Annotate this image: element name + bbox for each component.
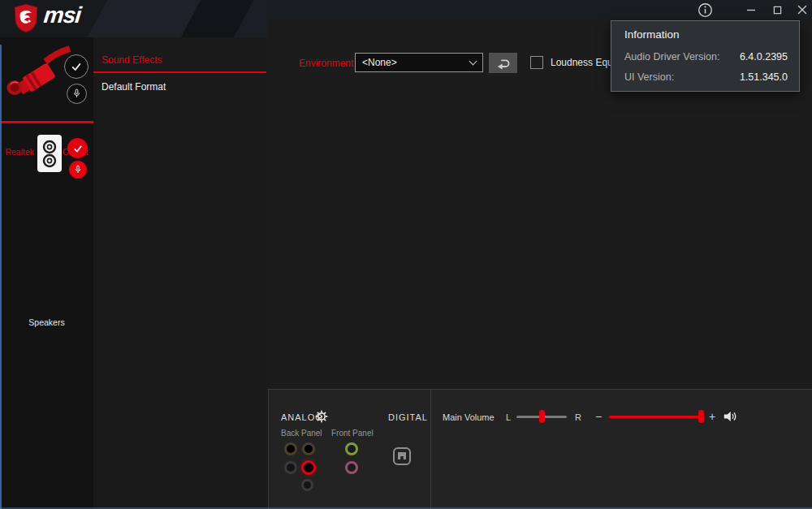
device-realtek-digital-output[interactable]: Realtek Digital Output	[0, 41, 93, 126]
balance-slider[interactable]	[516, 416, 567, 418]
device-selected-badge	[67, 138, 88, 158]
environment-value: <None>	[362, 57, 470, 68]
secondary-nav-column	[93, 19, 266, 509]
volume-minus-button[interactable]: −	[595, 410, 602, 423]
device-mic-badge[interactable]	[67, 84, 87, 104]
speaker-icon	[37, 135, 62, 172]
digital-label: DIGITAL	[388, 412, 428, 422]
ui-version-value: 1.51.345.0	[709, 71, 788, 83]
jack-back-4[interactable]	[301, 479, 313, 491]
balance-left-label: L	[506, 412, 511, 422]
logo-band: msi	[0, 0, 268, 37]
back-panel-label: Back Panel	[281, 429, 322, 438]
jack-back-active[interactable]	[301, 460, 316, 475]
optical-port-icon[interactable]	[392, 446, 412, 469]
close-icon[interactable]	[790, 0, 812, 19]
environment-dropdown[interactable]: <None>	[355, 53, 483, 72]
device-label: Speakers	[0, 317, 93, 327]
volume-plus-button[interactable]: +	[709, 410, 715, 423]
active-tab-underline	[93, 71, 266, 73]
microphone-icon	[71, 88, 82, 99]
device-mic-badge[interactable]	[69, 161, 87, 179]
information-popup: Information Audio Driver Version: 6.4.0.…	[611, 20, 800, 92]
jack-front-green[interactable]	[345, 442, 358, 455]
chevron-down-icon	[469, 57, 477, 65]
device-selected-underline	[0, 121, 93, 123]
environment-reset-button[interactable]	[489, 53, 517, 73]
device-speakers[interactable]: Speakers	[0, 130, 93, 203]
background-window-edge	[0, 45, 2, 509]
front-panel-label: Front Panel	[331, 429, 374, 438]
ui-version-label: UI Version:	[624, 71, 674, 83]
check-icon	[72, 143, 84, 154]
info-icon[interactable]	[693, 0, 717, 19]
device-selected-badge	[64, 54, 89, 79]
check-icon	[70, 60, 83, 73]
tab-default-format[interactable]: Default Format	[102, 81, 256, 93]
jack-front-pink[interactable]	[345, 461, 358, 474]
volume-thumb[interactable]	[698, 410, 704, 423]
jack-back-3[interactable]	[284, 461, 297, 474]
jack-back-1[interactable]	[284, 442, 297, 455]
balance-thumb[interactable]	[539, 410, 545, 423]
main-volume-slider[interactable]	[609, 416, 703, 418]
maximize-icon[interactable]	[765, 0, 789, 19]
environment-label: Environment	[299, 58, 353, 69]
msi-shield-logo	[13, 3, 39, 32]
audio-driver-version-value: 6.4.0.2395	[709, 51, 788, 63]
audio-driver-version-label: Audio Driver Version:	[624, 51, 719, 63]
main-volume-label: Main Volume	[443, 412, 495, 422]
popup-title: Information	[624, 28, 680, 41]
optical-connector-illustration	[2, 45, 71, 107]
speaker-volume-icon[interactable]	[723, 410, 737, 426]
loudness-equalization-checkbox[interactable]	[530, 56, 543, 69]
balance-right-label: R	[575, 412, 581, 422]
microphone-icon	[73, 165, 83, 175]
panel-divider	[430, 389, 431, 509]
tab-sound-effects[interactable]: Sound Effects	[102, 54, 256, 66]
realtek-audio-console-window: msi Re	[0, 0, 812, 509]
jack-back-2[interactable]	[302, 442, 315, 455]
volume-fill	[609, 416, 701, 418]
minimize-icon[interactable]	[739, 0, 763, 19]
connector-settings-gear-icon[interactable]	[315, 410, 328, 426]
msi-wordmark: msi	[42, 2, 82, 28]
reset-icon	[495, 55, 512, 71]
